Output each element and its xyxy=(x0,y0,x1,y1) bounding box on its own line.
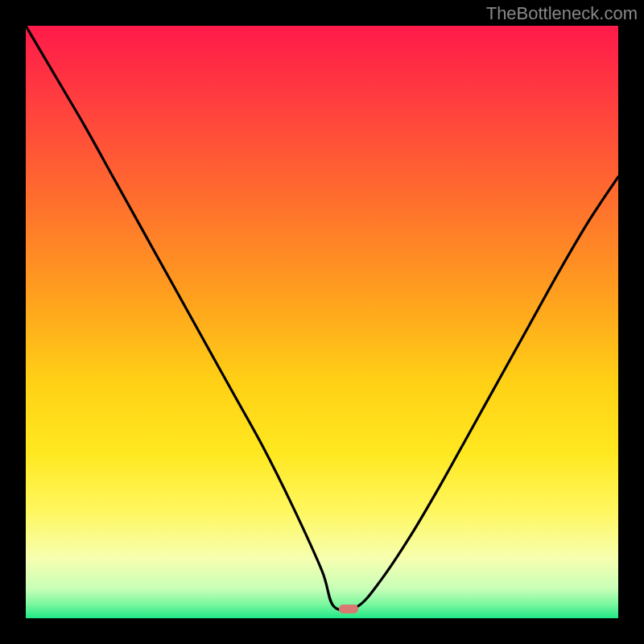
gradient-background xyxy=(26,26,618,618)
watermark-text: TheBottleneck.com xyxy=(486,3,638,24)
optimum-marker xyxy=(339,605,358,613)
plot-svg xyxy=(26,26,618,618)
plot-frame xyxy=(26,26,618,618)
